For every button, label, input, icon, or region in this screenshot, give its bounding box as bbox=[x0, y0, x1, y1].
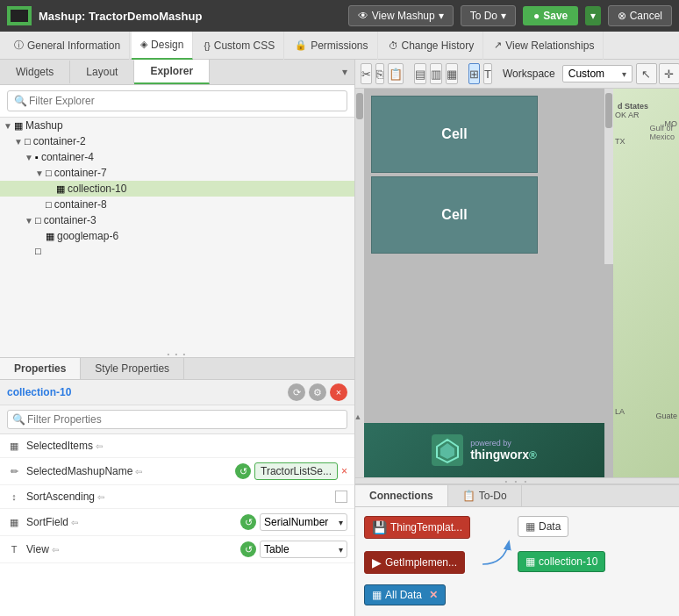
text-format-icon[interactable]: T bbox=[483, 63, 492, 84]
cut-icon[interactable]: ✂ bbox=[361, 63, 372, 84]
align-left-icon[interactable]: ▤ bbox=[414, 63, 426, 84]
prop-row-sortfield: ▦ SortField ⇦ ↺ SerialNumber ▾ bbox=[0, 509, 354, 536]
workspace-mode-select[interactable]: Custom ▾ bbox=[562, 65, 633, 82]
tree-toggle-container7[interactable]: ▼ bbox=[35, 168, 46, 178]
canvas-scroll-right[interactable] bbox=[604, 89, 613, 264]
properties-panel: Properties Style Properties collection-1… bbox=[0, 357, 354, 616]
save-button[interactable]: ● Save bbox=[523, 6, 578, 25]
tab-todo[interactable]: 📋 To-Do bbox=[448, 485, 522, 506]
tree-item-collection-10[interactable]: ▦ collection-10 bbox=[0, 181, 354, 197]
view-refresh[interactable]: ↺ bbox=[240, 541, 256, 557]
sortfield-icon: ▦ bbox=[7, 515, 21, 529]
container2-icon: □ bbox=[25, 136, 31, 147]
save-dropdown-button[interactable]: ▾ bbox=[585, 6, 601, 25]
css-icon: {} bbox=[204, 40, 210, 51]
selectedmashupname-icon: ✏ bbox=[7, 464, 21, 478]
tree-toggle-container4[interactable]: ▼ bbox=[25, 153, 35, 162]
container7-icon: □ bbox=[46, 168, 52, 178]
tab-history[interactable]: ⏱ Change History bbox=[380, 32, 484, 60]
sortfield-arrow: ⇦ bbox=[71, 518, 78, 527]
sortfield-select[interactable]: SerialNumber ▾ bbox=[260, 513, 347, 531]
paste-icon[interactable]: 📋 bbox=[388, 63, 404, 84]
tab-connections[interactable]: Connections bbox=[355, 485, 448, 506]
explorer-tab-arrow[interactable]: ▾ bbox=[335, 61, 354, 83]
selected-item-name: collection-10 bbox=[7, 386, 288, 398]
tree-toggle-container2[interactable]: ▼ bbox=[14, 137, 25, 147]
tab-design[interactable]: ◈ Design bbox=[132, 32, 193, 60]
tree-item-mashup[interactable]: ▼ ▦ Mashup bbox=[0, 118, 354, 133]
conn-node-alldata[interactable]: ▦ All Data ✕ bbox=[364, 584, 446, 605]
cell-bottom[interactable]: Cell bbox=[371, 176, 538, 254]
main-layout: Widgets Layout Explorer ▾ 🔍 ▼ ▦ bbox=[0, 60, 679, 616]
tab-layout[interactable]: Layout bbox=[70, 61, 134, 83]
filter-properties-input[interactable] bbox=[7, 410, 347, 429]
tree-item-container-4[interactable]: ▼ ▪ container-4 bbox=[0, 149, 354, 165]
selecteditems-arrow: ⇦ bbox=[96, 441, 103, 451]
tab-style-properties[interactable]: Style Properties bbox=[81, 358, 184, 379]
view-select[interactable]: Table ▾ bbox=[260, 541, 347, 558]
conn-node-thingtemplat[interactable]: 💾 ThingTemplat... bbox=[364, 516, 470, 539]
todo-button[interactable]: To Do ▾ bbox=[461, 5, 516, 26]
filter-explorer-input[interactable] bbox=[7, 90, 347, 111]
view-icon: T bbox=[7, 542, 21, 556]
connections-content: 💾 ThingTemplat... ▶ GetImplemen... ▦ All… bbox=[355, 507, 679, 616]
tree-toggle-googlemap6 bbox=[35, 232, 46, 241]
canvas-scroll-left[interactable]: ▲ bbox=[355, 89, 364, 477]
tab-relationships[interactable]: ↗ View Relationships bbox=[485, 32, 604, 60]
tree-item-container-7[interactable]: ▼ □ container-7 bbox=[0, 165, 354, 181]
workspace-mode-arrow: ▾ bbox=[622, 69, 626, 79]
tab-widgets[interactable]: Widgets bbox=[0, 61, 70, 83]
thingworx-logo-area: powered by thingworx® bbox=[364, 423, 604, 477]
properties-tabs: Properties Style Properties bbox=[0, 358, 354, 380]
share-icon[interactable]: ⟳ bbox=[288, 383, 305, 401]
tree-item-extra[interactable]: □ bbox=[0, 244, 354, 258]
tree-item-container-2[interactable]: ▼ □ container-2 bbox=[0, 133, 354, 149]
resize-handle[interactable]: • • • bbox=[0, 350, 354, 357]
tab-permissions[interactable]: 🔒 Permissions bbox=[286, 32, 377, 60]
settings-icon[interactable]: ⚙ bbox=[309, 383, 326, 401]
cursor-icon[interactable]: ↖ bbox=[636, 63, 657, 84]
conn-node-collection10[interactable]: ▦ collection-10 bbox=[518, 551, 605, 572]
mini-map: d States MO TX Gulf ofMexico Guate OK AR… bbox=[613, 89, 679, 477]
view-dropdown-icon: ▾ bbox=[339, 545, 343, 555]
sortascending-value bbox=[335, 491, 347, 503]
conn-node-data[interactable]: ▦ Data bbox=[518, 516, 568, 537]
selectedmashupname-box[interactable]: TractorListSe... bbox=[254, 462, 338, 480]
tree-toggle-mashup[interactable]: ▼ bbox=[4, 121, 14, 131]
tree-item-googlemap-6[interactable]: ▦ googlemap-6 bbox=[0, 228, 354, 244]
tree-item-container-8[interactable]: □ container-8 bbox=[0, 197, 354, 212]
cancel-button[interactable]: ⊗ Cancel bbox=[608, 5, 672, 26]
view-mode-icon[interactable]: ⊞ bbox=[468, 63, 480, 84]
sortascending-icon: ↕ bbox=[7, 490, 21, 504]
alldata-error-icon: ✕ bbox=[429, 589, 438, 601]
view-mashup-button[interactable]: 👁 View Mashup ▾ bbox=[348, 5, 454, 26]
canvas-area: Cell Cell p bbox=[364, 89, 613, 477]
tree-item-container-3[interactable]: ▼ □ container-3 bbox=[0, 212, 354, 228]
cell-top[interactable]: Cell bbox=[371, 96, 538, 173]
workspace-toolbar: ✂ ⎘ 📋 ▤ ▥ ▦ ⊞ T Workspace Custom ▾ ↖ ✛ +… bbox=[355, 60, 679, 89]
right-panel: ✂ ⎘ 📋 ▤ ▥ ▦ ⊞ T Workspace Custom ▾ ↖ ✛ +… bbox=[355, 60, 679, 616]
close-icon[interactable]: × bbox=[330, 383, 347, 401]
prop-search-icon: 🔍 bbox=[12, 413, 25, 426]
align-center-icon[interactable]: ▥ bbox=[430, 63, 442, 84]
align-right-icon[interactable]: ▦ bbox=[446, 63, 458, 84]
data-icon: ▦ bbox=[525, 520, 535, 533]
view-value: ↺ Table ▾ bbox=[240, 541, 347, 558]
move-icon[interactable]: ✛ bbox=[659, 63, 679, 84]
tab-general[interactable]: ⓘ General Information bbox=[5, 32, 130, 60]
tree-toggle-container3[interactable]: ▼ bbox=[25, 216, 35, 226]
selectedmashupname-refresh[interactable]: ↺ bbox=[235, 463, 251, 479]
connections-resize-handle[interactable]: • • • bbox=[355, 477, 679, 484]
tab-css[interactable]: {} Custom CSS bbox=[195, 32, 284, 60]
extra-icon: □ bbox=[35, 246, 41, 256]
conn-node-getimplemen[interactable]: ▶ GetImplemen... bbox=[364, 551, 465, 574]
tree-toggle-collection10 bbox=[46, 184, 56, 194]
tab-explorer[interactable]: Explorer bbox=[134, 60, 210, 84]
sortascending-checkbox[interactable] bbox=[335, 491, 347, 503]
container8-icon: □ bbox=[46, 199, 52, 210]
tab-properties[interactable]: Properties bbox=[0, 358, 81, 379]
sortfield-refresh[interactable]: ↺ bbox=[240, 514, 256, 530]
copy-icon[interactable]: ⎘ bbox=[375, 63, 384, 84]
selectedmashupname-clear[interactable]: × bbox=[341, 465, 347, 477]
cell-top-label: Cell bbox=[441, 126, 467, 142]
